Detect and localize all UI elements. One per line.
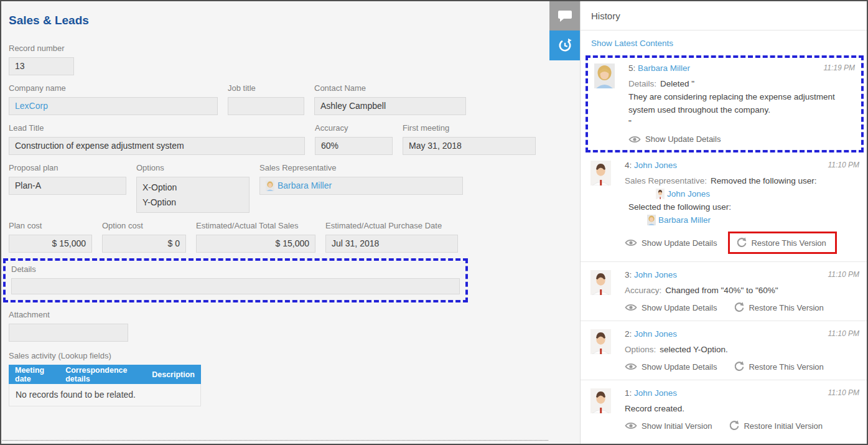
sales-representative-link[interactable]: Barbara Miller — [278, 177, 332, 194]
entry-4-number: 4: — [625, 161, 632, 170]
restore-version-highlight: Restore This Version — [728, 232, 836, 254]
company-name-value: LexCorp — [9, 97, 218, 115]
entry-2-user-link[interactable]: John Jones — [634, 329, 677, 339]
sales-representative-label: Sales Representative — [259, 163, 463, 172]
entry-4-selected-text: Selected the following user: — [628, 200, 861, 213]
first-meeting-value: May 31, 2018 — [403, 137, 536, 155]
details-field-highlight: Details — [3, 258, 468, 302]
sales-activity-table: Meeting date Correspondence details Desc… — [9, 365, 201, 406]
removed-user-link[interactable]: John Jones — [667, 187, 710, 200]
column-description[interactable]: Description — [152, 370, 195, 379]
show-update-details-link[interactable]: Show Update Details — [625, 362, 717, 372]
entry-5-closing-quote: " — [628, 116, 856, 129]
app-title: Sales & Leads — [9, 14, 542, 27]
entry-4-user-link[interactable]: John Jones — [634, 161, 677, 170]
accuracy-label: Accuracy — [315, 123, 393, 133]
field-purchase-date: Estimated/Actual Purchase Date Jul 31, 2… — [325, 221, 458, 253]
restore-this-version-link[interactable]: Restore This Version — [735, 237, 826, 248]
eye-icon — [625, 238, 637, 247]
column-meeting-date[interactable]: Meeting date — [15, 366, 57, 383]
show-latest-contents-link[interactable]: Show Latest Contents — [591, 39, 673, 48]
history-clock-icon — [557, 37, 573, 54]
option-y: Y-Option — [142, 195, 243, 210]
history-entry-highlight: 11:19 PM 5: Barbara Miller Details:Delet… — [586, 55, 864, 152]
field-sales-representative: Sales Representative Barbara Miller — [259, 163, 463, 195]
accuracy-value: 60% — [315, 137, 393, 155]
history-entry-4: 11:10 PM 4: John Jones Sales Representat… — [581, 152, 867, 261]
attachment-label: Attachment — [9, 310, 542, 319]
show-update-details-link[interactable]: Show Update Details — [625, 303, 717, 312]
proposal-plan-value: Plan-A — [9, 177, 126, 195]
entry-5-time: 11:19 PM — [824, 63, 855, 72]
company-name-link[interactable]: LexCorp — [15, 101, 48, 111]
entry-2-number: 2: — [625, 329, 632, 339]
purchase-date-value: Jul 31, 2018 — [325, 235, 458, 253]
options-value: X-Option Y-Option — [136, 177, 250, 213]
refresh-icon — [735, 237, 747, 248]
entry-5-field-label: Details: — [628, 79, 656, 88]
option-x: X-Option — [142, 180, 243, 195]
attachment-value — [9, 324, 128, 342]
proposal-plan-label: Proposal plan — [9, 163, 126, 172]
record-form-pane: Sales & Leads Record number 13 Company n… — [1, 1, 549, 444]
tab-history[interactable] — [549, 30, 580, 60]
details-value — [11, 278, 460, 294]
field-job-title: Job title — [228, 83, 304, 115]
entry-5-change-text: Deleted " — [660, 79, 694, 88]
restore-initial-version-link[interactable]: Restore Initial Version — [728, 420, 822, 431]
barbara-miller-avatar — [266, 180, 274, 191]
user-avatar-john — [590, 161, 611, 185]
user-avatar-john — [590, 388, 611, 413]
total-sales-label: Estimated/Actual Total Sales — [196, 221, 315, 230]
company-name-label: Company name — [9, 83, 218, 93]
restore-this-version-link[interactable]: Restore This Version — [733, 361, 823, 372]
details-label: Details — [11, 265, 460, 274]
option-cost-label: Option cost — [102, 221, 186, 230]
show-update-details-link[interactable]: Show Update Details — [628, 134, 721, 144]
selected-user-link[interactable]: Barbara Miller — [658, 213, 711, 227]
record-number-label: Record number — [9, 44, 542, 53]
entry-3-change-text: Changed from "40%" to "60%" — [665, 286, 778, 295]
first-meeting-label: First meeting — [403, 123, 536, 133]
eye-icon — [625, 362, 637, 371]
column-correspondence-details[interactable]: Correspondence details — [65, 366, 143, 383]
job-title-label: Job title — [228, 83, 304, 93]
refresh-icon — [733, 302, 744, 313]
tab-comments[interactable] — [549, 1, 580, 30]
field-accuracy: Accuracy 60% — [315, 123, 393, 155]
options-label: Options — [136, 163, 250, 172]
entry-5-user-link[interactable]: Barbara Miller — [638, 63, 690, 73]
history-title: History — [581, 1, 867, 30]
refresh-icon — [733, 361, 744, 372]
entry-1-number: 1: — [625, 388, 632, 398]
entry-4-time: 11:10 PM — [828, 161, 859, 169]
lead-title-label: Lead Title — [9, 123, 305, 133]
entry-3-user-link[interactable]: John Jones — [634, 270, 677, 279]
entry-1-user-link[interactable]: John Jones — [634, 388, 677, 398]
history-entry-1: 11:10 PM 1: John Jones Record created. S… — [581, 380, 867, 439]
field-record-number: Record number 13 — [9, 44, 542, 75]
bottom-dotted-divider — [2, 440, 548, 441]
job-title-value — [228, 97, 304, 115]
record-detail-screen: Sales & Leads Record number 13 Company n… — [0, 0, 868, 445]
show-initial-version-link[interactable]: Show Initial Version — [625, 421, 712, 431]
restore-this-version-link[interactable]: Restore This Version — [733, 302, 823, 313]
refresh-icon — [728, 420, 739, 431]
eye-icon — [625, 421, 637, 430]
entry-2-time: 11:10 PM — [828, 329, 859, 338]
sales-representative-value: Barbara Miller — [259, 177, 463, 195]
field-attachment: Attachment — [9, 310, 542, 342]
entry-2-change-text: selected Y-Option. — [660, 345, 728, 354]
purchase-date-label: Estimated/Actual Purchase Date — [325, 221, 458, 230]
user-avatar-barbara — [594, 63, 615, 88]
entry-1-change-text: Record created. — [625, 404, 684, 413]
plan-cost-value: $ 15,000 — [9, 235, 92, 253]
field-sales-activity: Sales activity (Lookup fields) Meeting d… — [9, 351, 542, 406]
show-update-details-link[interactable]: Show Update Details — [625, 238, 717, 248]
field-options: Options X-Option Y-Option — [136, 163, 250, 213]
entry-1-time: 11:10 PM — [828, 388, 859, 397]
history-entry-5: 11:19 PM 5: Barbara Miller Details:Delet… — [588, 58, 861, 150]
entry-3-number: 3: — [625, 270, 632, 279]
user-avatar-john — [590, 329, 611, 354]
history-entry-3: 11:10 PM 3: John Jones Accuracy:Changed … — [581, 261, 867, 321]
